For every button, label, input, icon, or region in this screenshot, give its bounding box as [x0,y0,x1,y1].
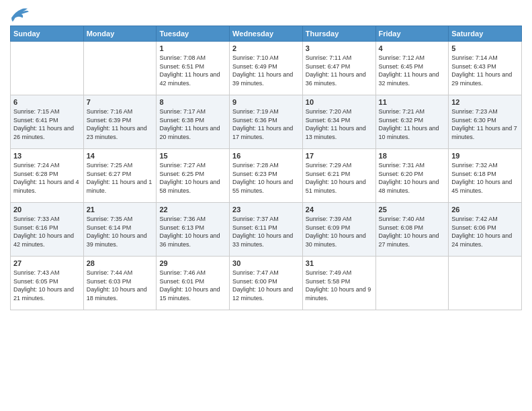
day-info: Sunset: 6:23 PM [232,170,300,179]
calendar-cell: 6Sunrise: 7:15 AMSunset: 6:41 PMDaylight… [11,95,84,149]
day-info: Sunrise: 7:29 AM [306,161,373,170]
day-number: 15 [159,152,226,160]
calendar-cell [375,257,449,310]
day-info: Sunrise: 7:35 AM [87,215,154,224]
day-info: Sunset: 6:25 PM [159,170,226,179]
day-info: Sunrise: 7:27 AM [159,161,226,170]
day-info: Sunset: 6:01 PM [159,277,226,286]
day-info: Daylight: 10 hours and 51 minutes. [306,178,373,195]
day-info: Daylight: 10 hours and 12 minutes. [232,285,300,302]
day-info: Daylight: 10 hours and 55 minutes. [232,178,300,195]
day-number: 16 [232,152,300,160]
calendar-cell: 22Sunrise: 7:36 AMSunset: 6:13 PMDayligh… [157,203,230,257]
day-info: Sunset: 5:58 PM [306,277,373,286]
calendar-cell: 1Sunrise: 7:08 AMSunset: 6:51 PMDaylight… [157,42,230,95]
calendar-cell: 16Sunrise: 7:28 AMSunset: 6:23 PMDayligh… [230,149,303,203]
calendar-cell: 14Sunrise: 7:25 AMSunset: 6:27 PMDayligh… [83,149,157,203]
calendar-week-1: 1Sunrise: 7:08 AMSunset: 6:51 PMDaylight… [11,42,522,95]
calendar-cell: 13Sunrise: 7:24 AMSunset: 6:28 PMDayligh… [11,149,84,203]
calendar-cell: 18Sunrise: 7:31 AMSunset: 6:20 PMDayligh… [375,149,449,203]
day-number: 25 [379,205,446,214]
calendar-week-5: 27Sunrise: 7:43 AMSunset: 6:05 PMDayligh… [11,257,522,310]
calendar-cell: 21Sunrise: 7:35 AMSunset: 6:14 PMDayligh… [83,203,157,257]
day-info: Sunset: 6:49 PM [232,62,300,71]
day-info: Sunset: 6:51 PM [159,62,226,71]
day-number: 4 [379,44,446,52]
day-number: 12 [451,98,519,106]
day-info: Daylight: 10 hours and 27 minutes. [379,232,446,248]
day-info: Sunrise: 7:16 AM [87,107,154,116]
day-info: Sunset: 6:13 PM [159,224,226,232]
day-number: 2 [232,44,300,52]
day-info: Sunset: 6:30 PM [451,116,519,125]
day-info: Sunset: 6:08 PM [379,224,446,232]
day-info: Sunset: 6:28 PM [13,170,81,179]
day-info: Sunrise: 7:44 AM [87,269,154,277]
calendar-cell: 11Sunrise: 7:21 AMSunset: 6:32 PMDayligh… [375,95,449,149]
day-info: Sunset: 6:34 PM [306,116,373,125]
day-info: Daylight: 10 hours and 24 minutes. [451,232,519,248]
day-number: 10 [306,98,373,106]
day-info: Sunset: 6:21 PM [306,170,373,179]
day-number: 28 [87,259,154,267]
day-number: 27 [13,259,81,267]
day-info: Daylight: 11 hours and 26 minutes. [13,124,81,141]
day-info: Sunset: 6:05 PM [13,277,81,286]
header-monday: Monday [83,26,157,42]
day-info: Daylight: 11 hours and 1 minute. [87,178,154,195]
day-number: 21 [87,205,154,214]
header-wednesday: Wednesday [230,26,303,42]
day-info: Sunset: 6:41 PM [13,116,81,125]
day-info: Daylight: 11 hours and 42 minutes. [159,71,226,87]
day-info: Sunset: 6:43 PM [451,62,519,71]
day-info: Daylight: 10 hours and 33 minutes. [232,232,300,248]
day-info: Sunrise: 7:28 AM [232,161,300,170]
header-friday: Friday [375,26,449,42]
day-info: Daylight: 11 hours and 20 minutes. [159,124,226,141]
calendar-cell: 31Sunrise: 7:49 AMSunset: 5:58 PMDayligh… [302,257,375,310]
day-number: 1 [159,44,226,52]
calendar-cell: 5Sunrise: 7:14 AMSunset: 6:43 PMDaylight… [449,42,522,95]
day-info: Sunrise: 7:42 AM [451,215,519,224]
calendar-cell: 12Sunrise: 7:23 AMSunset: 6:30 PMDayligh… [449,95,522,149]
day-info: Sunrise: 7:39 AM [306,215,373,224]
calendar-cell: 8Sunrise: 7:17 AMSunset: 6:38 PMDaylight… [157,95,230,149]
day-info: Sunset: 6:32 PM [379,116,446,125]
calendar-cell: 24Sunrise: 7:39 AMSunset: 6:09 PMDayligh… [302,203,375,257]
calendar-week-4: 20Sunrise: 7:33 AMSunset: 6:16 PMDayligh… [11,203,522,257]
day-info: Sunset: 6:09 PM [306,224,373,232]
weekday-row: Sunday Monday Tuesday Wednesday Thursday… [11,26,522,42]
calendar-cell [83,42,157,95]
day-info: Daylight: 10 hours and 36 minutes. [159,232,226,248]
day-number: 23 [232,205,300,214]
day-info: Daylight: 10 hours and 58 minutes. [159,178,226,195]
day-info: Sunrise: 7:23 AM [451,107,519,116]
day-info: Daylight: 10 hours and 9 minutes. [306,285,373,302]
day-info: Daylight: 10 hours and 18 minutes. [87,285,154,302]
day-number: 7 [87,98,154,106]
day-info: Sunrise: 7:14 AM [451,54,519,62]
day-number: 31 [306,259,373,267]
day-info: Daylight: 10 hours and 30 minutes. [306,232,373,248]
day-number: 9 [232,98,300,106]
day-info: Sunrise: 7:33 AM [13,215,81,224]
day-number: 11 [379,98,446,106]
day-info: Sunrise: 7:32 AM [451,161,519,170]
day-info: Sunrise: 7:11 AM [306,54,373,62]
day-number: 3 [306,44,373,52]
calendar-cell: 9Sunrise: 7:19 AMSunset: 6:36 PMDaylight… [230,95,303,149]
day-info: Sunrise: 7:10 AM [232,54,300,62]
calendar-cell: 25Sunrise: 7:40 AMSunset: 6:08 PMDayligh… [375,203,449,257]
day-info: Daylight: 11 hours and 23 minutes. [87,124,154,141]
calendar-header: Sunday Monday Tuesday Wednesday Thursday… [11,26,522,42]
day-info: Daylight: 11 hours and 36 minutes. [306,71,373,87]
day-info: Sunset: 6:38 PM [159,116,226,125]
day-number: 26 [451,205,519,214]
day-info: Sunset: 6:27 PM [87,170,154,179]
day-info: Sunrise: 7:12 AM [379,54,446,62]
day-info: Sunset: 6:39 PM [87,116,154,125]
calendar-cell [11,42,84,95]
logo [10,7,32,23]
day-info: Sunrise: 7:15 AM [13,107,81,116]
day-info: Sunrise: 7:08 AM [159,54,226,62]
